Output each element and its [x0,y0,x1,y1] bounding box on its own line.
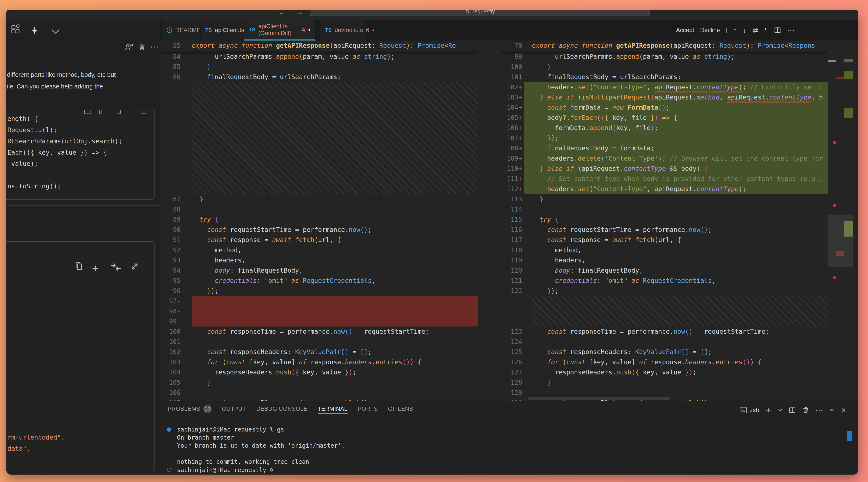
diff-left-editor[interactable]: 55export async function getAPIResponse(a… [160,40,478,401]
feedback-icon[interactable] [125,42,133,51]
editor-tab-bar: README.mdTSapiClient.ts●TSapiClient.ts (… [160,20,858,40]
code-line: rm-urlencoded", [7,432,65,443]
terminal-toolbar: zsh + ··· × [739,405,846,416]
code-line-127: 127 responseHeaders.push({ key, value })… [500,367,828,377]
panel-tab-label: OUTPUT [222,406,246,412]
code-line-116: 116 const requestStartTime = performance… [500,225,828,235]
code-line-128: 128 } [500,377,828,388]
dirty-indicator-icon[interactable]: ● [308,27,311,32]
more-actions-icon[interactable]: ··· [150,42,158,51]
terminal-line: sachinjain@iMac requestly % [163,466,345,474]
terminal-shell-item[interactable]: zsh [739,406,759,414]
diff-marker [833,277,836,279]
panel-tab-gitlens[interactable]: GITLENS [388,406,413,414]
tab-apiclient-ts[interactable]: TSapiClient.ts● [201,20,244,40]
code-line-97: 97- [160,296,478,306]
panel-tab-problems[interactable]: PROBLEMS10 [167,405,212,415]
bottom-panel: PROBLEMS10OUTPUTDEBUG CONSOLETERMINALPOR… [160,401,858,475]
code-line-104: 104+ const formData = new FormData(); [500,103,828,113]
more-icon[interactable]: ··· [787,26,795,35]
search-icon [465,10,470,15]
expand-icon[interactable] [130,262,140,271]
code-line-103: 103 for (const [key, value] of response.… [160,357,478,367]
right-editor-hscrollbar[interactable] [528,397,670,400]
split-terminal-icon[interactable] [789,406,796,414]
copy-icon[interactable] [74,261,84,271]
code-line-118: 118 method, [500,245,828,255]
code-line: value); [7,158,122,169]
panel-tab-label: PORTS [358,406,378,412]
tab-devtools-ts[interactable]: TSdevtools.ts6● [320,20,365,40]
chevron-down-icon[interactable] [51,28,60,35]
code-block-content: rm-urlencoded",data", [7,432,65,454]
terminal-cursor [277,466,282,473]
diff-marker [836,251,844,256]
code-line: ns.toString(); [7,180,122,192]
code-line-93: 93 headers, [160,255,478,265]
code-line-113: 113 } [500,194,828,204]
tab-problem-count: 6 [366,27,369,33]
code-line-115: 115 try { [500,215,828,225]
code-line-84: 84 urlSearchParams.append(param, value a… [160,52,478,62]
panel-tab-ports[interactable]: PORTS [358,406,378,414]
diff-right-editor[interactable]: 70export async function getAPIResponse(a… [500,40,828,401]
more-icon[interactable]: ··· [815,406,823,415]
arrow-up-icon[interactable]: ↑ [733,26,737,34]
code-line-117: 117 const response = await fetch(url, { [500,235,828,245]
sticky-scroll-line: 55export async function getAPIResponse(a… [160,40,478,52]
command-center-search[interactable]: requestly [310,10,650,16]
code-line-86: 86 finalRequestBody = urlSearchParams; [160,72,478,82]
tab-apiclient-ts-gemini-diff-[interactable]: TSapiClient.ts (Gemini Diff)4● [244,20,315,40]
kill-terminal-trash-icon[interactable] [802,406,809,414]
chat-message-line: different parts like method, body, etc b… [7,69,116,81]
panel-tab-terminal[interactable]: TERMINAL [318,406,347,414]
command-status-icon [167,468,171,472]
gemini-sparkle-icon[interactable] [30,26,39,35]
chat-message: different parts like method, body, etc b… [7,69,116,92]
decline-button[interactable]: Decline [700,27,720,33]
code-line-98: 98- [160,306,478,316]
diff-marker [836,77,844,79]
tab-readme-md[interactable]: README.md [162,20,201,40]
pilcrow-icon[interactable]: ¶ [764,26,768,34]
code-line-129: 129 [500,388,828,398]
chevron-down-icon[interactable] [777,408,782,412]
add-icon[interactable]: + [92,262,99,275]
accept-button[interactable]: Accept [676,27,694,33]
dirty-indicator-icon[interactable]: ● [372,28,375,33]
code-line-100: 100 } [500,62,828,72]
active-chat-tab-underline [25,38,45,39]
diff-editor[interactable]: 55export async function getAPIResponse(a… [160,40,858,401]
arrow-down-icon[interactable]: ↓ [743,26,746,34]
panel-tab-debug-console[interactable]: DEBUG CONSOLE [256,406,308,414]
code-line-111: 111+ // Set content type when body is pr… [500,174,828,184]
code-line-99: 99 urlSearchParams.append(param, value a… [500,52,828,62]
terminal-output[interactable]: sachinjain@iMac requestly % gsOn branch … [163,426,345,474]
trash-icon[interactable] [138,43,146,51]
panel-tab-output[interactable]: OUTPUT [222,406,246,414]
diff-filler-region [500,296,828,327]
screenshot-frame: ← → requestly [0,0,868,482]
code-line-107: 107 const responseBlob = await response.… [160,398,478,401]
code-line-85: 85 } [160,62,478,72]
merge-icon[interactable] [110,262,121,271]
code-line-102: 102+ headers.set("Content-Type", apiRequ… [500,82,828,92]
terminal-scrollbar[interactable] [847,431,852,441]
code-line-119: 119 headers, [500,255,828,265]
code-block-content: ength) {Request.url);RLSearchParams(urlO… [7,113,122,192]
layout-grid-icon[interactable] [10,24,20,34]
nav-forward-icon[interactable]: → [296,10,303,16]
code-line-112: 112+ headers.set("Content-Type", apiRequ… [500,184,828,194]
code-line-101: 101 [160,337,478,347]
divider: | [726,27,727,33]
code-line-90: 90 const requestStartTime = performance.… [160,225,478,235]
nav-back-icon[interactable]: ← [279,10,285,16]
diff-marker [844,108,853,118]
clipped-toolbar-icon[interactable] [142,110,146,114]
close-panel-icon[interactable]: × [841,406,846,415]
overview-ruler[interactable] [828,40,858,401]
chevron-up-icon[interactable] [830,408,835,412]
new-terminal-icon[interactable]: + [766,405,771,416]
split-editor-icon[interactable] [774,27,781,34]
swap-icon[interactable]: ⇄ [752,26,758,34]
